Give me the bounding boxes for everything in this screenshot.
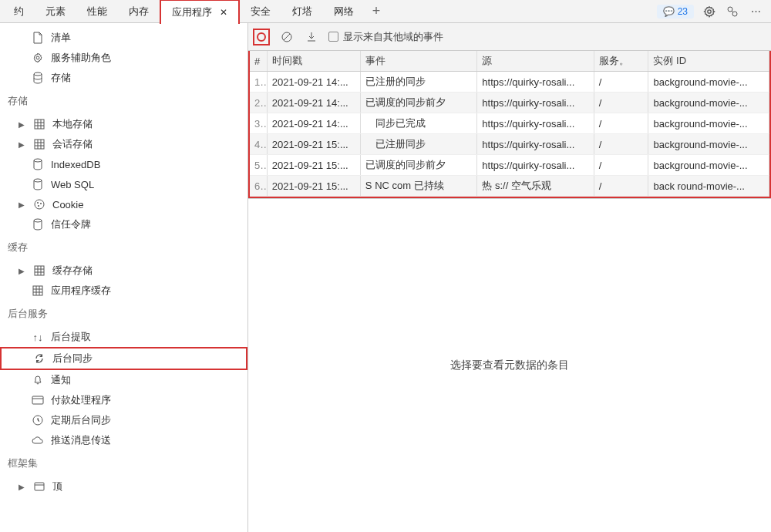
more-icon[interactable]: ⋯: [748, 4, 763, 19]
sidebar-item-cache-storage[interactable]: ▶缓存存储: [0, 261, 247, 281]
table-header-event[interactable]: 事件: [360, 51, 476, 72]
sidebar-item-payment-handler[interactable]: 付款处理程序: [0, 390, 247, 410]
table-cell: 2.: [250, 93, 267, 113]
table-row[interactable]: 1.2021-09-21 14:...已注册的同步https://quirky-…: [250, 72, 769, 93]
devtools-tabbar: 约 元素 性能 内存 应用程序 ✕ 安全 灯塔 网络 + 💬 23 ⋯: [0, 0, 771, 23]
table-cell: https://quirky-rosali...: [477, 134, 594, 155]
sidebar-item-app-cache[interactable]: 应用程序缓存: [0, 281, 247, 301]
dock-icon[interactable]: [725, 4, 740, 19]
table-row[interactable]: 6.2021-09-21 15:...S NC com 已持续热 s:// 空气…: [250, 176, 769, 197]
database-icon: [31, 71, 45, 85]
clear-icon[interactable]: [279, 29, 295, 45]
tab-application[interactable]: 应用程序 ✕: [160, 0, 240, 24]
tab-about-label[interactable]: 约: [3, 0, 35, 23]
tab-add-button[interactable]: +: [365, 0, 389, 22]
sidebar-item-label: 通知: [51, 373, 71, 387]
sidebar-item-label: 顶: [52, 480, 62, 493]
table-cell: 1.: [250, 72, 267, 93]
table-cell: 2021-09-21 15:...: [267, 176, 360, 197]
issues-badge[interactable]: 💬 23: [657, 5, 694, 19]
sidebar-item-manifest[interactable]: 清单: [0, 28, 247, 48]
window-icon: [32, 480, 46, 493]
sidebar-group-storage: 存储: [0, 88, 247, 114]
gear-icon[interactable]: [702, 4, 717, 19]
table-header-service[interactable]: 服务。: [594, 51, 648, 72]
sidebar-item-label: 后台同步: [52, 352, 93, 365]
sidebar-item-bg-sync[interactable]: 后台同步: [0, 347, 247, 370]
chevron-right-icon: ▶: [19, 200, 26, 209]
table-row[interactable]: 5.2021-09-21 15:...已调度的同步前夕https://quirk…: [250, 155, 769, 176]
table-cell: 同步已完成: [360, 113, 476, 134]
tab-elements[interactable]: 元素: [35, 0, 76, 23]
table-cell: /: [594, 155, 648, 176]
table-cell: 6.: [250, 176, 267, 197]
sidebar-group-frames: 框架集: [0, 450, 247, 476]
issues-count: 23: [678, 6, 688, 17]
sidebar-item-push-messaging[interactable]: 推送消息传送: [0, 430, 247, 450]
tab-performance[interactable]: 性能: [76, 0, 118, 23]
table-cell: 2021-09-21 14:...: [267, 72, 360, 93]
table-header-instance[interactable]: 实例 ID: [648, 51, 769, 72]
sidebar-item-label: IndexedDB: [51, 159, 100, 170]
close-icon[interactable]: ✕: [220, 7, 227, 18]
tab-security[interactable]: 安全: [240, 0, 281, 23]
table-header-index[interactable]: #: [250, 51, 267, 72]
grid-icon: [31, 284, 45, 298]
table-cell: /: [594, 176, 648, 197]
table-cell: /: [594, 134, 648, 155]
svg-point-5: [34, 159, 42, 162]
svg-point-10: [38, 205, 39, 207]
svg-point-8: [37, 202, 39, 204]
show-other-domains-checkbox[interactable]: 显示来自其他域的事件: [328, 30, 443, 44]
sidebar-item-label: 缓存存储: [52, 264, 93, 278]
table-cell: /: [594, 93, 648, 113]
sidebar-group-bgservices: 后台服务: [0, 301, 247, 327]
tab-network[interactable]: 网络: [323, 0, 365, 23]
bell-icon: [31, 373, 45, 387]
table-cell: 已注册的同步: [360, 72, 476, 93]
sidebar-item-storage[interactable]: 存储: [0, 68, 247, 88]
cloud-icon: [31, 433, 45, 447]
application-sidebar: 清单 服务辅助角色 存储 存储 ▶本地存储 ▶会话存储 IndexedDB We…: [0, 23, 248, 532]
sidebar-item-bg-fetch[interactable]: ↑↓后台提取: [0, 327, 247, 347]
table-cell: 3.: [250, 113, 267, 134]
table-cell: https://quirky-rosali...: [477, 93, 594, 113]
chevron-right-icon: ▶: [19, 140, 26, 149]
table-cell: 已调度的同步前夕: [360, 93, 476, 113]
sidebar-item-periodic-sync[interactable]: 定期后台同步: [0, 410, 247, 430]
sidebar-item-notifications[interactable]: 通知: [0, 370, 247, 390]
record-button[interactable]: [253, 29, 270, 45]
gear-icon: [31, 51, 45, 65]
sidebar-item-label: 付款处理程序: [51, 393, 111, 407]
sidebar-item-indexeddb[interactable]: IndexedDB: [0, 154, 247, 174]
sidebar-item-local-storage[interactable]: ▶本地存储: [0, 114, 247, 134]
table-row[interactable]: 3.2021-09-21 14:... 同步已完成https://quirky-…: [250, 113, 769, 134]
sidebar-item-label: 定期后台同步: [51, 413, 111, 427]
table-cell: 已调度的同步前夕: [360, 155, 476, 176]
database-icon: [31, 217, 45, 231]
sidebar-item-label: 应用程序缓存: [51, 284, 111, 298]
sidebar-item-label: 后台提取: [51, 330, 91, 344]
sidebar-item-session-storage[interactable]: ▶会话存储: [0, 134, 247, 154]
table-cell: background-movie-...: [648, 113, 769, 134]
tab-application-label: 应用程序: [172, 6, 212, 18]
table-row[interactable]: 2.2021-09-21 14:...已调度的同步前夕https://quirk…: [250, 93, 769, 113]
tab-memory[interactable]: 内存: [118, 0, 160, 23]
table-cell: 热 s:// 空气乐观: [477, 176, 594, 197]
svg-rect-13: [33, 286, 42, 295]
svg-point-2: [34, 72, 42, 76]
sidebar-item-label: 会话存储: [52, 137, 93, 151]
sidebar-item-service-workers[interactable]: 服务辅助角色: [0, 48, 247, 68]
sidebar-item-top-frame[interactable]: ▶顶: [0, 476, 247, 497]
table-header-source[interactable]: 源: [477, 51, 594, 72]
tab-lighthouse[interactable]: 灯塔: [281, 0, 323, 23]
svg-rect-12: [35, 266, 44, 275]
sidebar-item-trust-tokens[interactable]: 信任令牌: [0, 214, 247, 234]
download-icon[interactable]: [304, 29, 319, 45]
chevron-right-icon: ▶: [19, 267, 26, 275]
sidebar-item-cookies[interactable]: ▶Cookie: [0, 194, 247, 214]
sidebar-item-label: 清单: [51, 31, 71, 45]
table-header-timestamp[interactable]: 时间戳: [267, 51, 360, 72]
sidebar-item-websql[interactable]: Web SQL: [0, 174, 247, 194]
table-row[interactable]: 4.2021-09-21 15:... 已注册同步https://quirky-…: [250, 134, 769, 155]
